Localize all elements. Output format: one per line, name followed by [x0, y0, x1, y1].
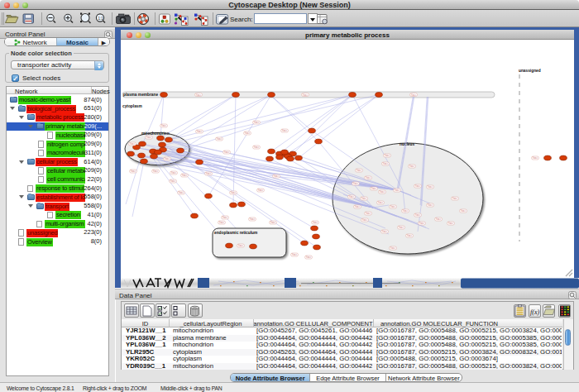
svg-text:nucleus: nucleus — [400, 142, 414, 146]
svg-text:Yxx.c: Yxx.c — [161, 124, 167, 127]
svg-text:Yxx.c: Yxx.c — [274, 174, 280, 178]
svg-text:Yxx.c: Yxx.c — [385, 154, 390, 157]
svg-text:Yxx.c: Yxx.c — [407, 234, 413, 237]
svg-text:Yxx.c: Yxx.c — [250, 218, 256, 221]
svg-text:Yxx.c: Yxx.c — [171, 171, 177, 174]
svg-text:Yxx.c: Yxx.c — [436, 218, 442, 221]
svg-text:Yxx.c: Yxx.c — [361, 197, 367, 200]
svg-text:Yxx.c: Yxx.c — [415, 213, 421, 217]
svg-text:Yxx.c: Yxx.c — [170, 179, 176, 183]
svg-text:Yxx.c: Yxx.c — [362, 218, 368, 222]
svg-text:Yxx.c: Yxx.c — [131, 170, 136, 173]
svg-text:Yxx.c: Yxx.c — [254, 146, 260, 149]
svg-text:Yxx.c: Yxx.c — [419, 222, 425, 225]
svg-text:Yxx.c: Yxx.c — [258, 189, 264, 192]
svg-text:Yxx.c: Yxx.c — [303, 93, 309, 97]
svg-text:Yxx.c: Yxx.c — [355, 205, 361, 208]
svg-text:Yxx.c: Yxx.c — [197, 130, 203, 133]
svg-text:Yxx.c: Yxx.c — [382, 230, 388, 233]
svg-text:Yxx.c: Yxx.c — [313, 221, 318, 224]
svg-text:Yxx.c: Yxx.c — [411, 93, 417, 97]
svg-text:Yxx.c: Yxx.c — [282, 129, 288, 132]
svg-text:Yxx.c: Yxx.c — [270, 221, 276, 224]
svg-text:Yxx.c: Yxx.c — [409, 165, 415, 168]
svg-text:Yxx.c: Yxx.c — [403, 209, 409, 213]
svg-text:Yxx.c: Yxx.c — [306, 256, 312, 259]
svg-text:Yxx.c: Yxx.c — [366, 212, 371, 215]
svg-text:Yxx.c: Yxx.c — [533, 156, 538, 160]
svg-text:Yxx.c: Yxx.c — [292, 253, 298, 256]
svg-text:Yxx.c: Yxx.c — [254, 121, 260, 124]
svg-text:Yxx.c: Yxx.c — [206, 172, 212, 175]
svg-text:Yxx.c: Yxx.c — [245, 131, 251, 135]
svg-text:Yxx.c: Yxx.c — [238, 244, 244, 247]
svg-text:Yxx.c: Yxx.c — [399, 226, 404, 229]
svg-text:Yxx.c: Yxx.c — [219, 221, 225, 224]
svg-text:Yxx.c: Yxx.c — [366, 176, 371, 179]
svg-text:Yxx.c: Yxx.c — [165, 157, 170, 160]
svg-text:Yxx.c: Yxx.c — [153, 170, 159, 173]
svg-text:cytoplasm: cytoplasm — [122, 104, 142, 108]
svg-text:Yxx.c: Yxx.c — [356, 169, 362, 172]
svg-text:Yxx.c: Yxx.c — [349, 195, 355, 198]
svg-text:unassigned: unassigned — [519, 69, 541, 73]
svg-text:endoplasmic reticulum: endoplasmic reticulum — [214, 231, 257, 235]
svg-text:Yxx.c: Yxx.c — [146, 136, 152, 139]
svg-text:f(x): f(x) — [530, 308, 539, 316]
svg-text:Yxx.c: Yxx.c — [371, 187, 377, 190]
svg-text:Yxx.c: Yxx.c — [182, 174, 188, 177]
svg-text:Yxx.c: Yxx.c — [428, 203, 433, 207]
svg-text:Yxx.c: Yxx.c — [452, 197, 458, 200]
svg-text:Yxx.c: Yxx.c — [390, 205, 396, 208]
svg-text:Yxx.c: Yxx.c — [231, 191, 237, 194]
svg-text:Yxx.c: Yxx.c — [179, 191, 184, 194]
svg-text:plasma membrane: plasma membrane — [123, 93, 158, 97]
svg-text:Yxx.c: Yxx.c — [390, 246, 396, 250]
svg-text:Yxx.c: Yxx.c — [378, 201, 384, 204]
svg-text:Yxx.c: Yxx.c — [224, 151, 230, 154]
svg-text:Yxx.c: Yxx.c — [130, 142, 136, 146]
svg-text:Yxx.c: Yxx.c — [380, 190, 385, 194]
svg-text:Yxx.c: Yxx.c — [461, 209, 467, 213]
svg-text:Yxx.c: Yxx.c — [395, 189, 400, 192]
svg-text:Yxx.c: Yxx.c — [196, 93, 202, 97]
svg-text:1:1: 1:1 — [98, 17, 104, 21]
svg-text:Yxx.c: Yxx.c — [223, 216, 228, 219]
svg-text:Yxx.c: Yxx.c — [353, 182, 359, 185]
svg-text:Yxx.c: Yxx.c — [383, 162, 389, 165]
svg-text:Yxx.c: Yxx.c — [448, 222, 454, 225]
svg-text:Yxx.c: Yxx.c — [428, 185, 433, 189]
svg-text:Yxx.c: Yxx.c — [217, 137, 223, 141]
svg-text:Yxx.c: Yxx.c — [415, 184, 421, 188]
